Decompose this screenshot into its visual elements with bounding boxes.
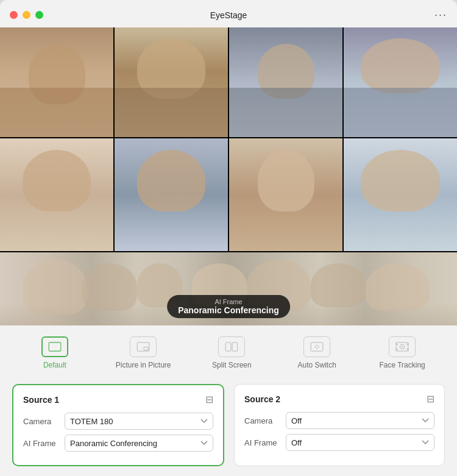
source1-settings-icon[interactable]: ⊟ [205, 394, 213, 405]
sources-area: Source 1 ⊟ Camera TOTEM 180 Off Built-in… [0, 375, 457, 475]
video-cell-2 [115, 27, 228, 137]
video-cell-7 [229, 138, 342, 251]
menu-dots[interactable]: ··· [434, 9, 447, 21]
svg-rect-3 [226, 343, 232, 351]
source1-camera-row: Camera TOTEM 180 Off Built-in Camera [23, 413, 213, 430]
source2-camera-label: Camera [244, 416, 281, 425]
mode-default-icon [41, 336, 68, 357]
video-cell-3 [229, 27, 342, 137]
ai-frame-top-text: AI Frame [178, 298, 279, 305]
traffic-lights [10, 11, 43, 19]
maximize-button[interactable] [35, 11, 43, 19]
mode-pip-label: Picture in Picture [116, 361, 171, 369]
svg-rect-5 [311, 343, 323, 351]
mode-auto-switch[interactable]: Auto Switch [292, 336, 341, 369]
source2-header: Source 2 ⊟ [244, 393, 434, 405]
app-window: EyeStage ··· [0, 0, 457, 476]
ai-frame-main-text: Panoramic Conferencing [178, 305, 279, 315]
video-grid-top [0, 27, 457, 137]
close-button[interactable] [10, 11, 18, 19]
video-cell-8 [344, 138, 457, 251]
source2-camera-row: Camera Off TOTEM 180 Built-in Camera [244, 412, 434, 429]
mode-split-label: Split Screen [212, 361, 252, 369]
source2-aiframe-row: AI Frame Off Panoramic Conferencing Spea… [244, 434, 434, 451]
source1-camera-select[interactable]: TOTEM 180 Off Built-in Camera [65, 413, 213, 430]
video-cell-6 [115, 138, 228, 251]
video-cell-1 [0, 27, 113, 137]
svg-rect-4 [232, 343, 238, 351]
source1-aiframe-select[interactable]: Panoramic Conferencing Off Speaker Group [65, 435, 213, 452]
panoramic-view: AI Frame Panoramic Conferencing [0, 252, 457, 325]
svg-rect-2 [144, 347, 148, 350]
source2-aiframe-select[interactable]: Off Panoramic Conferencing Speaker Group [286, 434, 434, 451]
svg-rect-0 [49, 343, 61, 351]
source2-title: Source 2 [244, 394, 280, 404]
source2-camera-select[interactable]: Off TOTEM 180 Built-in Camera [286, 412, 434, 429]
mode-split[interactable]: Split Screen [207, 336, 256, 369]
source1-camera-label: Camera [23, 417, 60, 426]
svg-point-8 [402, 346, 403, 347]
mode-face-tracking[interactable]: Face Tracking [378, 336, 427, 369]
source2-settings-icon[interactable]: ⊟ [427, 393, 434, 405]
mode-pip-icon [130, 336, 157, 357]
ai-frame-label: AI Frame Panoramic Conferencing [167, 295, 290, 318]
video-area: AI Frame Panoramic Conferencing [0, 27, 457, 325]
mode-selector: Default Picture in Picture Split Screen [0, 325, 457, 375]
mode-face-tracking-icon [389, 336, 416, 357]
minimize-button[interactable] [23, 11, 30, 19]
video-grid-middle [0, 138, 457, 251]
mode-default-label: Default [43, 361, 66, 369]
video-cell-4 [344, 27, 457, 137]
mode-face-tracking-label: Face Tracking [379, 361, 425, 369]
source1-aiframe-label: AI Frame [23, 439, 60, 448]
source1-title: Source 1 [23, 395, 59, 405]
source-card-1: Source 1 ⊟ Camera TOTEM 180 Off Built-in… [12, 384, 224, 466]
mode-auto-switch-label: Auto Switch [298, 361, 336, 369]
mode-default[interactable]: Default [30, 336, 79, 369]
mode-auto-switch-icon [303, 336, 330, 357]
source1-header: Source 1 ⊟ [23, 394, 213, 405]
title-bar: EyeStage ··· [0, 0, 457, 27]
source-card-2: Source 2 ⊟ Camera Off TOTEM 180 Built-in… [234, 384, 445, 466]
source2-aiframe-label: AI Frame [244, 438, 281, 447]
source1-aiframe-row: AI Frame Panoramic Conferencing Off Spea… [23, 435, 213, 452]
svg-rect-1 [137, 343, 149, 351]
mode-pip[interactable]: Picture in Picture [116, 336, 171, 369]
mode-split-icon [218, 336, 245, 357]
app-title: EyeStage [210, 10, 247, 20]
panoramic-row: AI Frame Panoramic Conferencing [0, 252, 457, 325]
video-cell-5 [0, 138, 113, 251]
